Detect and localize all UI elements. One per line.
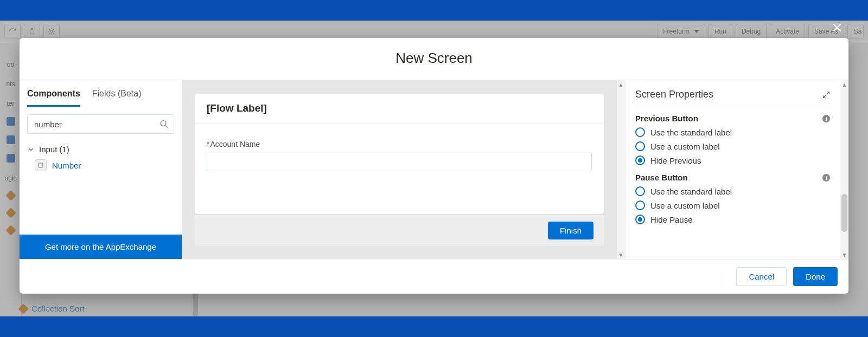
diamond-icon <box>18 303 29 314</box>
palette-node <box>7 135 15 144</box>
scroll-up-icon[interactable]: ▲ <box>617 80 625 89</box>
finish-button[interactable]: Finish <box>548 222 593 239</box>
radio-pause-custom[interactable]: Use a custom label <box>635 200 830 210</box>
svg-point-3 <box>161 121 166 126</box>
bg-collection-sort: Collection Sort <box>20 304 85 313</box>
component-panel: Components Fields (Beta) Input (1) Num <box>20 80 182 259</box>
component-search-input[interactable] <box>27 114 174 134</box>
screen-canvas-wrap: [Flow Label] *Account Name Finish ▲ ▼ <box>182 80 625 259</box>
chevron-down-icon <box>694 30 699 33</box>
required-asterisk: * <box>207 140 209 148</box>
new-screen-modal: New Screen Components Fields (Beta) Inpu… <box>20 38 848 294</box>
radio-prev-hide[interactable]: Hide Previous <box>635 155 830 165</box>
bg-element-palette: oo nts ter ogic <box>0 42 22 316</box>
gear-icon[interactable] <box>43 24 60 39</box>
search-icon[interactable] <box>159 120 169 129</box>
properties-scrollbar[interactable]: ▲ ▼ <box>840 80 848 259</box>
info-icon[interactable]: i <box>822 115 830 122</box>
refresh-icon[interactable] <box>4 24 21 39</box>
layout-mode-label: Freeform <box>663 28 690 35</box>
radio-icon <box>635 141 645 151</box>
radio-prev-standard[interactable]: Use the standard label <box>635 127 830 137</box>
activate-button[interactable]: Activate <box>770 24 805 39</box>
scroll-down-icon[interactable]: ▼ <box>617 250 625 259</box>
radio-icon <box>635 186 645 196</box>
radio-icon <box>635 200 645 210</box>
screen-canvas[interactable]: [Flow Label] *Account Name <box>194 93 604 215</box>
properties-title: Screen Properties <box>635 89 713 100</box>
palette-node <box>5 190 16 201</box>
group-label: Input (1) <box>39 145 69 154</box>
section-pause-title: Pause Button <box>635 173 688 182</box>
section-previous-title: Previous Button <box>635 114 698 123</box>
palette-node <box>7 117 15 126</box>
done-button[interactable]: Done <box>793 267 838 286</box>
modal-title: New Screen <box>20 38 848 80</box>
radio-pause-standard[interactable]: Use the standard label <box>635 186 830 196</box>
scrollbar-thumb[interactable] <box>841 194 847 232</box>
appexchange-cta[interactable]: Get more on the AppExchange <box>20 235 182 259</box>
debug-button[interactable]: Debug <box>736 24 767 39</box>
screen-footer-bar: Finish <box>194 215 604 246</box>
radio-icon <box>635 215 645 224</box>
clipboard-icon[interactable] <box>24 24 40 39</box>
scroll-down-icon[interactable]: ▼ <box>840 250 848 259</box>
radio-icon <box>635 155 645 165</box>
svg-rect-1 <box>31 28 33 29</box>
component-group-input[interactable]: Input (1) <box>20 141 182 154</box>
palette-node <box>5 225 16 236</box>
radio-prev-custom[interactable]: Use a custom label <box>635 141 830 151</box>
tab-fields[interactable]: Fields (Beta) <box>92 89 142 107</box>
component-item-label: Number <box>52 161 81 170</box>
radio-icon <box>635 127 645 137</box>
modal-footer: Cancel Done <box>20 259 848 294</box>
palette-node <box>5 208 16 218</box>
field-label: *Account Name <box>207 140 592 148</box>
expand-icon[interactable] <box>822 91 830 99</box>
close-icon[interactable] <box>830 21 844 35</box>
scroll-up-icon[interactable]: ▲ <box>840 80 848 89</box>
chevron-down-icon <box>27 146 35 153</box>
info-icon[interactable]: i <box>822 174 830 182</box>
palette-node <box>7 154 15 163</box>
layout-mode-select[interactable]: Freeform <box>657 24 705 39</box>
save-button-fragment[interactable]: Sa <box>847 24 864 39</box>
account-name-input[interactable] <box>207 152 592 171</box>
number-icon <box>35 159 47 171</box>
canvas-scrollbar[interactable]: ▲ ▼ <box>616 80 625 259</box>
svg-rect-4 <box>39 163 43 167</box>
svg-rect-0 <box>30 29 34 34</box>
svg-point-2 <box>50 30 53 33</box>
cancel-button[interactable]: Cancel <box>736 267 787 286</box>
component-item-number[interactable]: Number <box>20 154 182 177</box>
properties-panel: Screen Properties Previous Button i Use … <box>625 80 848 259</box>
flow-label: [Flow Label] <box>195 94 604 124</box>
run-button[interactable]: Run <box>709 24 732 39</box>
tab-components[interactable]: Components <box>27 89 80 107</box>
radio-pause-hide[interactable]: Hide Pause <box>635 215 830 224</box>
